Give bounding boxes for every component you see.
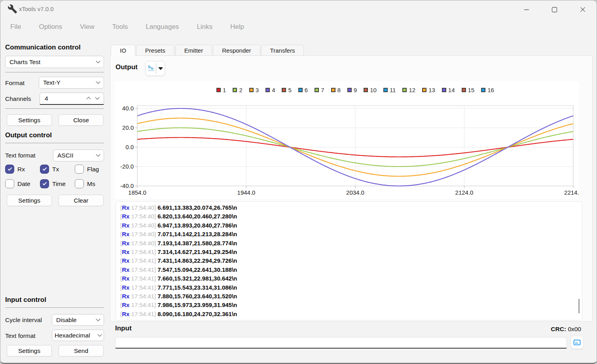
menubar: FileOptionsViewToolsLanguagesLinksHelp xyxy=(10,21,244,33)
legend-swatch-icon xyxy=(383,88,388,92)
log-direction-tag: Rx xyxy=(122,248,129,255)
tab-presets[interactable]: Presets xyxy=(136,45,174,56)
input-field[interactable] xyxy=(115,337,567,349)
legend-item-16[interactable]: 16 xyxy=(481,87,494,93)
checkmark-icon xyxy=(42,167,47,171)
communication-close-button[interactable]: Close xyxy=(59,114,104,126)
legend-item-8[interactable]: 8 xyxy=(331,87,341,93)
legend-swatch-icon xyxy=(233,88,237,92)
checkmark-icon xyxy=(8,167,12,171)
checkmark-icon xyxy=(42,181,47,186)
legend-item-12[interactable]: 12 xyxy=(402,87,415,93)
legend-item-10[interactable]: 10 xyxy=(364,87,377,93)
close-icon xyxy=(580,7,586,12)
checkbox-ms[interactable]: Ms xyxy=(75,179,95,188)
menu-item-tools[interactable]: Tools xyxy=(112,21,128,33)
output-text-format-dropdown[interactable]: ASCII xyxy=(53,150,104,161)
output-clear-button[interactable]: Clear xyxy=(59,195,104,206)
legend-item-11[interactable]: 11 xyxy=(383,87,396,93)
checked-checkbox-icon[interactable] xyxy=(40,165,49,174)
legend-swatch-icon xyxy=(462,88,466,92)
format-dropdown[interactable]: Text-Y xyxy=(39,77,104,89)
legend-swatch-icon xyxy=(282,88,286,92)
maximize-button[interactable] xyxy=(545,4,563,15)
legend-swatch-icon xyxy=(249,88,254,92)
checked-checkbox-icon[interactable] xyxy=(5,165,14,174)
svg-text:40.0: 40.0 xyxy=(122,105,134,112)
dropdown-arrow-icon[interactable] xyxy=(158,67,163,70)
menu-item-options[interactable]: Options xyxy=(39,21,62,33)
legend-label: 1 xyxy=(223,87,226,93)
menu-item-view[interactable]: View xyxy=(80,21,95,33)
output-text-format-label: Text format xyxy=(5,152,36,159)
menu-item-file[interactable]: File xyxy=(10,21,21,33)
log-line: [Rx 17:54:40] 6.820,13.640,20.460,27.280… xyxy=(120,212,582,221)
svg-text:2124.0: 2124.0 xyxy=(455,189,474,196)
log-values: 8.090,16.180,24.270,32.361\n xyxy=(157,311,237,317)
input-text-format-dropdown[interactable]: Hexadecimal xyxy=(52,330,104,341)
checkbox-date[interactable]: Date xyxy=(5,179,30,188)
crc-value: 0x00 xyxy=(568,326,581,332)
checkbox-rx[interactable]: Rx xyxy=(5,165,25,174)
chevron-down-icon[interactable] xyxy=(95,95,99,100)
checkbox-label: Ms xyxy=(87,180,95,188)
legend-label: 13 xyxy=(428,87,435,93)
input-settings-button[interactable]: Settings xyxy=(7,345,52,356)
output-settings-button[interactable]: Settings xyxy=(7,195,52,206)
legend-item-1[interactable]: 1 xyxy=(216,87,226,93)
communication-settings-button[interactable]: Settings xyxy=(7,114,52,126)
svg-text:2034.0: 2034.0 xyxy=(346,189,364,196)
channels-spinner[interactable]: 4 xyxy=(40,93,104,105)
communication-control-title: Communication control xyxy=(5,44,81,51)
unchecked-checkbox-icon[interactable] xyxy=(5,179,14,188)
menu-item-languages[interactable]: Languages xyxy=(146,21,179,33)
cycle-interval-dropdown[interactable]: Disable xyxy=(52,314,104,326)
legend-item-13[interactable]: 13 xyxy=(422,87,435,93)
unchecked-checkbox-icon[interactable] xyxy=(75,165,84,174)
legend-item-3[interactable]: 3 xyxy=(249,87,259,93)
minimize-button[interactable] xyxy=(517,4,536,15)
log-scrollbar[interactable] xyxy=(578,299,580,313)
legend-item-4[interactable]: 4 xyxy=(265,87,275,93)
tab-responder[interactable]: Responder xyxy=(213,45,260,56)
input-send-button[interactable]: Send xyxy=(59,345,104,356)
separator xyxy=(5,72,104,72)
legend-item-7[interactable]: 7 xyxy=(315,87,324,93)
log-values: 6.691,13.383,20.074,26.765\n xyxy=(157,204,237,211)
chevron-down-icon xyxy=(97,332,102,336)
link-type-dropdown[interactable]: Charts Test xyxy=(5,56,104,68)
checkbox-time[interactable]: Time xyxy=(40,179,66,188)
close-button[interactable] xyxy=(574,4,592,15)
log-direction-tag: Rx xyxy=(122,293,129,300)
tab-io[interactable]: IO xyxy=(111,45,135,56)
menu-item-links[interactable]: Links xyxy=(197,21,212,33)
legend-item-15[interactable]: 15 xyxy=(462,87,475,93)
legend-item-2[interactable]: 2 xyxy=(233,87,242,93)
legend-item-14[interactable]: 14 xyxy=(442,87,455,93)
legend-item-9[interactable]: 9 xyxy=(347,87,357,93)
checkbox-tx[interactable]: Tx xyxy=(40,165,59,174)
log-direction-tag: Rx xyxy=(122,222,129,229)
separator xyxy=(5,143,104,143)
legend-swatch-icon xyxy=(402,88,407,92)
unchecked-checkbox-icon[interactable] xyxy=(75,179,84,188)
legend-item-5[interactable]: 5 xyxy=(282,87,291,93)
input-panel-title: Input xyxy=(115,324,132,332)
log-direction-tag: Rx xyxy=(122,240,129,246)
chart-type-split-button[interactable] xyxy=(145,61,165,76)
checkbox-flag[interactable]: Flag xyxy=(75,165,99,174)
log-direction-tag: Rx xyxy=(122,275,129,282)
legend-item-6[interactable]: 6 xyxy=(298,87,308,93)
checked-checkbox-icon[interactable] xyxy=(40,179,49,188)
input-format-button[interactable] xyxy=(570,336,584,349)
tab-emitter[interactable]: Emitter xyxy=(175,45,212,56)
chevron-up-icon[interactable] xyxy=(86,97,91,101)
svg-text:-40.0: -40.0 xyxy=(120,182,134,189)
log-line: [Rx 17:54:40] 6.947,13.893,20.840,27.786… xyxy=(120,221,582,230)
tab-transfers[interactable]: Transfers xyxy=(261,45,304,56)
output-log[interactable]: [Rx 17:54:40] 6.691,13.383,20.074,26.765… xyxy=(116,201,582,320)
log-values: 6.947,13.893,20.840,27.786\n xyxy=(157,222,237,229)
chart-plot-area[interactable]: 40.020.00.0-20.0-40.01854.01944.02034.02… xyxy=(115,97,579,199)
legend-label: 4 xyxy=(272,87,275,93)
menu-item-help[interactable]: Help xyxy=(230,21,244,33)
